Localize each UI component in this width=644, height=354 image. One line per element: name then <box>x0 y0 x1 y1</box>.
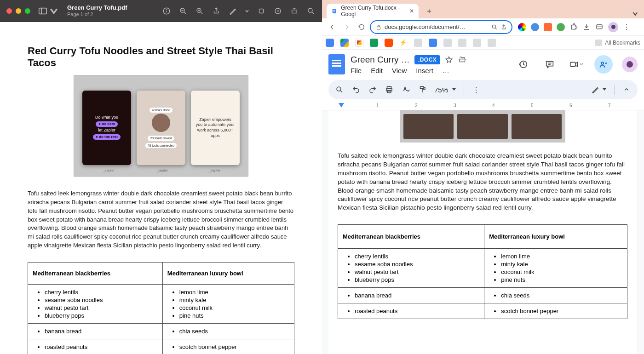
editing-mode-dropdown[interactable] <box>591 86 607 94</box>
menu-file[interactable]: File <box>351 67 362 74</box>
bookmark-bolt[interactable]: ⚡ <box>399 39 408 47</box>
search-menus-icon[interactable] <box>335 85 344 94</box>
bookmark-folder-1[interactable] <box>414 39 422 47</box>
bookmark-7[interactable] <box>429 39 437 47</box>
account-avatar[interactable] <box>622 57 638 72</box>
gdoc-page[interactable]: Tofu salted leek lemongrass winter doubl… <box>328 110 637 354</box>
bookmark-folder-3[interactable] <box>458 39 466 47</box>
svg-line-32 <box>340 91 342 92</box>
bookmark-folder-4[interactable] <box>473 39 481 47</box>
menu-view[interactable]: View <box>392 67 407 74</box>
bookmark-zapier[interactable] <box>385 39 393 47</box>
forward-button[interactable] <box>340 21 353 34</box>
gdoc-th-2[interactable]: Mediterranean luxury bowl <box>484 225 627 249</box>
meet-icon[interactable] <box>568 56 585 73</box>
gdoc-canvas[interactable]: Tofu salted leek lemongrass winter doubl… <box>322 110 644 354</box>
extensions-row: ⋮ <box>518 22 630 32</box>
menu-bar: File Edit View Insert … <box>351 67 509 74</box>
tab-list-chevron-icon[interactable] <box>632 11 638 17</box>
address-bar[interactable]: docs.google.com/document/… <box>370 20 512 34</box>
bookmark-calendar[interactable] <box>326 39 334 47</box>
hero-image: Do what you ● do best let Zapier ● do th… <box>74 75 248 177</box>
url-text: docs.google.com/document/… <box>385 23 489 30</box>
ruler[interactable]: 1 2 3 4 5 6 7 <box>322 101 644 110</box>
page-indicator: Page 1 of 2 <box>67 11 157 17</box>
install-app-icon[interactable] <box>595 23 604 31</box>
spellcheck-icon[interactable] <box>401 85 410 94</box>
docs-logo-icon[interactable] <box>328 54 345 74</box>
profile-avatar[interactable] <box>608 22 618 32</box>
list-item: scotch bonnet pepper <box>501 307 622 315</box>
toolbar-more-icon[interactable]: ⋮ <box>472 85 481 94</box>
back-button[interactable] <box>326 21 339 34</box>
history-icon[interactable] <box>514 56 532 73</box>
maximize-window[interactable] <box>25 8 30 14</box>
list-item: minty kale <box>501 260 622 268</box>
search-icon[interactable] <box>306 6 316 16</box>
share-url-icon[interactable] <box>500 24 507 30</box>
table-cell: roasted peanuts <box>28 339 163 354</box>
markup-icon[interactable] <box>228 6 237 16</box>
menu-edit[interactable]: Edit <box>371 67 383 74</box>
preview-window: Green Curry Tofu.pdf Page 1 of 2 Red Cur… <box>0 0 322 354</box>
indent-marker-icon[interactable] <box>339 103 344 108</box>
move-icon[interactable] <box>458 56 466 64</box>
undo-icon[interactable] <box>351 85 361 94</box>
chrome-menu-icon[interactable]: ⋮ <box>623 23 630 31</box>
list-item: scotch bonnet pepper <box>179 343 289 351</box>
extension-3[interactable] <box>544 23 552 31</box>
gdoc-title[interactable]: Green Curry … <box>351 55 410 65</box>
print-icon[interactable] <box>385 85 394 94</box>
share-icon[interactable] <box>212 6 221 16</box>
paint-format-icon[interactable] <box>418 85 427 94</box>
comments-icon[interactable] <box>541 56 558 73</box>
new-tab-button[interactable]: ＋ <box>423 5 435 17</box>
markup-menu-chevron-icon[interactable] <box>245 9 249 13</box>
highlight-icon[interactable] <box>273 6 282 16</box>
star-icon[interactable] <box>445 56 453 64</box>
table-cell: banana bread <box>28 323 163 339</box>
gdoc-th-1[interactable]: Mediterranean blackberries <box>338 225 484 249</box>
browser-tab[interactable]: Green Curry Tofu.docx - Googl ✕ <box>327 4 419 18</box>
crop-icon[interactable] <box>290 6 299 16</box>
menu-insert[interactable]: Insert <box>416 67 433 74</box>
redo-icon[interactable] <box>368 85 377 94</box>
close-tab-icon[interactable]: ✕ <box>409 8 414 14</box>
extensions-menu-icon[interactable] <box>569 23 578 31</box>
svg-point-31 <box>337 87 341 91</box>
gdoc-table[interactable]: Mediterranean blackberries Mediterranean… <box>338 224 627 319</box>
svg-point-22 <box>492 25 495 28</box>
zoom-out-icon[interactable] <box>178 6 188 16</box>
minimize-window[interactable] <box>16 8 21 14</box>
share-button[interactable] <box>594 55 613 74</box>
menu-more[interactable]: … <box>443 67 449 74</box>
extension-2[interactable] <box>531 23 539 31</box>
bookmark-folder-5[interactable] <box>488 39 496 47</box>
svg-point-30 <box>601 62 604 64</box>
preview-viewport[interactable]: Red Curry Tofu Noodles and Street Style … <box>0 22 322 354</box>
collapse-toolbar-icon[interactable] <box>622 85 631 94</box>
info-icon[interactable] <box>162 6 171 16</box>
hero-panel-middle: 4 tasks done 23 leads saved 48 tools con… <box>137 91 185 165</box>
list-item: chia seeds <box>501 291 622 299</box>
all-bookmarks-link[interactable]: All Bookmarks <box>595 40 640 46</box>
zoom-in-icon[interactable] <box>195 6 204 16</box>
bookmark-folder-2[interactable] <box>443 39 452 47</box>
extension-4[interactable] <box>557 23 565 31</box>
svg-rect-19 <box>333 11 335 11</box>
list-item: coconut milk <box>179 304 289 312</box>
bookmark-sheets[interactable] <box>370 39 378 47</box>
bookmark-gmail[interactable] <box>355 39 363 47</box>
zoom-indicator-icon[interactable] <box>491 24 498 30</box>
zoom-dropdown[interactable]: 75% <box>434 86 456 94</box>
list-item: blueberry pops <box>45 312 158 320</box>
gdoc-paragraph[interactable]: Tofu salted leek lemongrass winter doubl… <box>338 152 627 212</box>
sidebar-toggle[interactable] <box>38 6 59 16</box>
close-window[interactable] <box>6 8 12 14</box>
bookmark-drive[interactable] <box>340 39 349 47</box>
download-icon[interactable] <box>582 23 591 31</box>
rotate-icon[interactable] <box>257 6 266 16</box>
reload-button[interactable] <box>355 21 368 34</box>
extension-color-picker[interactable] <box>518 23 526 31</box>
svg-rect-21 <box>377 27 380 29</box>
